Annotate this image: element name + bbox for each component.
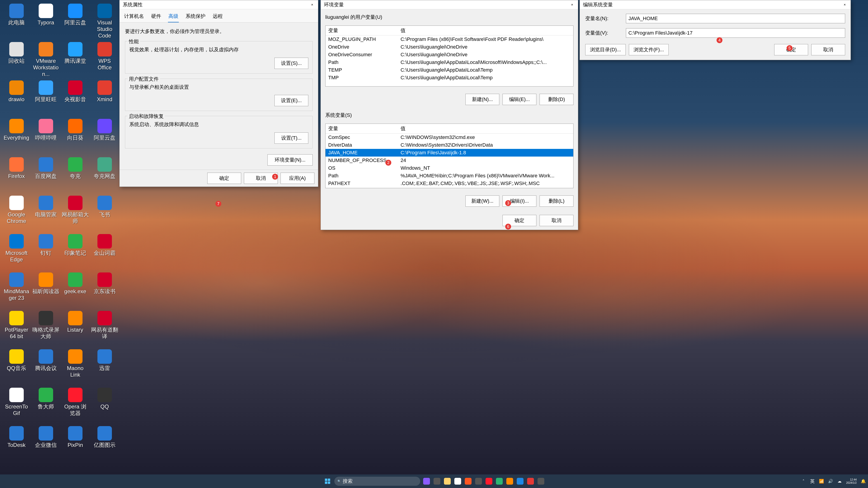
desktop-icon[interactable]: Everything	[2, 117, 31, 156]
table-row[interactable]: JAVA_HOMEC:\Program Files\Java\jdk-1.8	[326, 149, 573, 157]
table-row[interactable]: PATHEXT.COM;.EXE;.BAT;.CMD;.VBS;.VBE;.JS…	[326, 180, 573, 187]
table-row[interactable]: OneDriveC:\Users\liuguanglei\OneDrive	[326, 43, 573, 51]
desktop-icon[interactable]: geek.exe	[61, 271, 90, 309]
taskbar-app[interactable]	[495, 477, 504, 486]
desktop-icon[interactable]: PotPlayer 64 bit	[2, 309, 31, 348]
desktop-icon[interactable]: 阿里云盘	[90, 117, 119, 156]
desktop-icon[interactable]: 电脑管家	[31, 194, 61, 232]
desktop-icon[interactable]: 央视影音	[61, 78, 90, 117]
desktop-icon[interactable]: 哔哩哔哩	[31, 117, 61, 156]
cloud-icon[interactable]: ☁	[837, 479, 842, 484]
desktop-icon[interactable]: 阿里旺旺	[31, 78, 61, 117]
taskbar-app[interactable]	[443, 477, 452, 486]
desktop-icon[interactable]: Xmind	[90, 78, 119, 117]
table-row[interactable]: NUMBER_OF_PROCESSORS24	[326, 157, 573, 164]
desktop-icon[interactable]: ToDesk	[2, 424, 31, 463]
browse-directory-button[interactable]: 浏览目录(D)...	[585, 44, 626, 55]
desktop-icon[interactable]: 福昕阅读器	[31, 271, 61, 309]
desktop-icon[interactable]: 百度网盘	[31, 156, 61, 194]
table-row[interactable]: OneDriveConsumerC:\Users\liuguanglei\One…	[326, 51, 573, 59]
delete-button-user[interactable]: 删除(D)	[539, 94, 574, 105]
table-row[interactable]: PathC:\Users\liuguanglei\AppData\Local\M…	[326, 59, 573, 66]
desktop-icon[interactable]: Maono Link	[61, 348, 90, 386]
close-icon[interactable]: ✕	[840, 1, 850, 8]
tab-4[interactable]: 远程	[212, 11, 223, 22]
titlebar[interactable]: 编辑系统变量 ✕	[580, 0, 850, 9]
desktop-icon[interactable]: QQ音乐	[2, 348, 31, 386]
titlebar[interactable]: 环境变量 ✕	[321, 0, 578, 9]
desktop-icon[interactable]: WPS Office	[90, 40, 119, 78]
desktop-icon[interactable]: Firefox	[2, 156, 31, 194]
settings-button-startup[interactable]: 设置(T)...	[274, 132, 308, 144]
desktop-icon[interactable]: Opera 浏览器	[61, 386, 90, 424]
tab-2[interactable]: 高级	[168, 11, 179, 22]
table-row[interactable]: DriverDataC:\Windows\System32\Drivers\Dr…	[326, 141, 573, 149]
wifi-icon[interactable]: 📶	[819, 479, 824, 484]
desktop-icon[interactable]: 腾讯会议	[31, 348, 61, 386]
taskbar-app[interactable]	[485, 477, 493, 486]
table-row[interactable]: TMPC:\Users\liuguanglei\AppData\Local\Te…	[326, 74, 573, 82]
taskbar-app[interactable]	[536, 477, 546, 486]
cancel-button[interactable]: 取消	[244, 173, 278, 184]
desktop-icon[interactable]: 向日葵	[61, 117, 90, 156]
table-row[interactable]: PROCESSOR_ARCHITECTUREAMD64	[326, 187, 573, 188]
taskbar-app[interactable]	[464, 477, 473, 486]
tab-1[interactable]: 硬件	[151, 11, 162, 22]
apply-button[interactable]: 应用(A)	[281, 173, 314, 184]
desktop-icon[interactable]: 阿里云盘	[61, 2, 90, 40]
tab-0[interactable]: 计算机名	[124, 11, 145, 22]
sys-vars-table[interactable]: 变量值 ComSpecC:\WINDOWS\system32\cmd.exeDr…	[325, 124, 574, 188]
desktop-icon[interactable]: 夸克	[61, 156, 90, 194]
desktop-icon[interactable]: 京东读书	[90, 271, 119, 309]
desktop-icon[interactable]: 企业微信	[31, 424, 61, 463]
desktop-icon[interactable]: 回收站	[2, 40, 31, 78]
table-row[interactable]: OSWindows_NT	[326, 164, 573, 172]
cancel-button[interactable]: 取消	[539, 215, 574, 226]
volume-icon[interactable]: 🔊	[828, 479, 833, 484]
desktop-icon[interactable]: 嗨格式录屏大师	[31, 309, 61, 348]
ok-button[interactable]: 确定	[502, 215, 536, 226]
desktop-icon[interactable]: 金山词霸	[90, 232, 119, 271]
desktop-icon[interactable]: Microsoft Edge	[2, 232, 31, 271]
table-row[interactable]: TEMPC:\Users\liuguanglei\AppData\Local\T…	[326, 66, 573, 74]
desktop-icon[interactable]: Typora	[31, 2, 61, 40]
table-row[interactable]: MOZ_PLUGIN_PATHC:\Program Files (x86)\Fo…	[326, 35, 573, 43]
table-row[interactable]: Path%JAVA_HOME%\bin;C:\Program Files (x8…	[326, 172, 573, 180]
taskbar-app[interactable]	[422, 477, 431, 486]
desktop-icon[interactable]: Google Chrome	[2, 194, 31, 232]
edit-button-user[interactable]: 编辑(E)...	[502, 94, 536, 105]
taskbar-search[interactable]: 🔍 搜索	[334, 477, 420, 486]
taskbar-app[interactable]	[474, 477, 483, 486]
variable-name-input[interactable]	[626, 14, 845, 23]
taskbar-app[interactable]	[526, 477, 535, 486]
browse-file-button[interactable]: 浏览文件(F)...	[629, 44, 669, 55]
desktop-icon[interactable]: 网易邮箱大师	[61, 194, 90, 232]
close-icon[interactable]: ✕	[307, 1, 317, 8]
settings-button-profile[interactable]: 设置(E)...	[274, 95, 308, 106]
desktop-icon[interactable]: 迅雷	[90, 348, 119, 386]
chevron-up-icon[interactable]: ˄	[801, 479, 806, 484]
ime-indicator[interactable]: 英	[810, 479, 815, 484]
taskbar-clock[interactable]: 12:44 2024/1/2	[846, 478, 857, 485]
cancel-button[interactable]: 取消	[811, 44, 845, 55]
desktop-icon[interactable]: 夸克网盘	[90, 156, 119, 194]
desktop-icon[interactable]: drawio	[2, 78, 31, 117]
desktop-icon[interactable]: 印象笔记	[61, 232, 90, 271]
taskbar-app[interactable]	[516, 477, 525, 486]
user-vars-table[interactable]: 变量值 MOZ_PLUGIN_PATHC:\Program Files (x86…	[325, 26, 574, 87]
titlebar[interactable]: 系统属性 ✕	[120, 0, 318, 9]
edit-button-sys[interactable]: 编辑(I)...	[502, 195, 536, 207]
close-icon[interactable]: ✕	[567, 1, 577, 8]
desktop-icon[interactable]: 此电脑	[2, 2, 31, 40]
desktop-icon[interactable]: 网易有道翻译	[90, 309, 119, 348]
table-row[interactable]: ComSpecC:\WINDOWS\system32\cmd.exe	[326, 133, 573, 141]
ok-button[interactable]: 确定	[774, 44, 808, 55]
new-button-sys[interactable]: 新建(W)...	[465, 195, 499, 207]
start-button[interactable]	[322, 476, 333, 486]
new-button-user[interactable]: 新建(N)...	[465, 94, 499, 105]
desktop-icon[interactable]: 亿图图示	[90, 424, 119, 463]
desktop-icon[interactable]: QQ	[90, 386, 119, 424]
desktop-icon[interactable]: Listary	[61, 309, 90, 348]
environment-variables-button[interactable]: 环境变量(N)...	[268, 154, 313, 166]
notifications-icon[interactable]: 🔔	[861, 479, 866, 484]
